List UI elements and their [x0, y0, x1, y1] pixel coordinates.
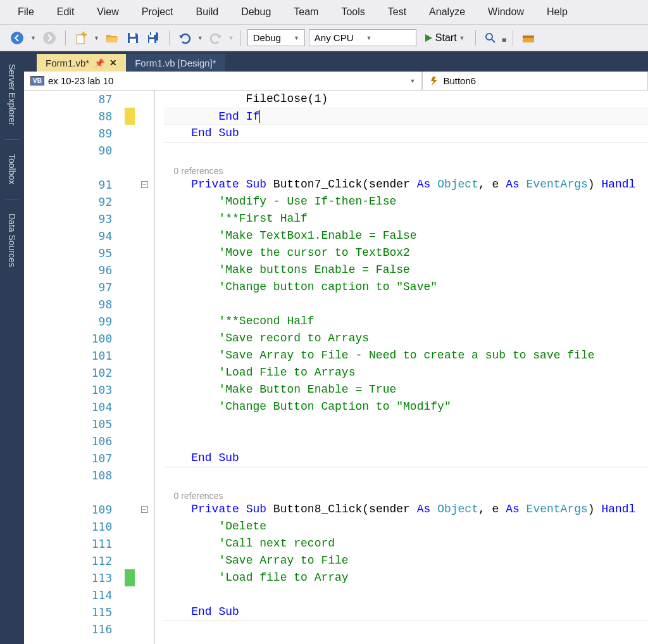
- gutter-row: 92: [24, 193, 154, 210]
- gutter-row: 114: [24, 586, 154, 603]
- code-line[interactable]: [164, 432, 648, 450]
- nav-back-button[interactable]: [8, 30, 27, 46]
- member-dropdown[interactable]: Button6: [422, 72, 648, 90]
- gutter-row: [24, 484, 154, 501]
- menu-debug[interactable]: Debug: [230, 3, 282, 22]
- folder-open-icon: [106, 32, 118, 44]
- new-item-button[interactable]: [72, 30, 90, 46]
- code-line[interactable]: 'Save record to Arrays: [164, 330, 648, 347]
- fold-area[interactable]: −: [135, 506, 154, 513]
- start-button[interactable]: Start ▼: [420, 31, 469, 45]
- fold-area[interactable]: −: [135, 181, 154, 188]
- line-number: 108: [24, 469, 125, 482]
- code-line[interactable]: 'Move the cursor to TextBox2: [164, 244, 648, 262]
- svg-rect-11: [523, 35, 534, 38]
- code-line[interactable]: '**First Half: [164, 210, 648, 227]
- code-line[interactable]: 'Load file to Array: [164, 569, 648, 586]
- chevron-down-icon: ▼: [294, 35, 299, 41]
- separator: [169, 30, 170, 46]
- menu-window[interactable]: Window: [477, 3, 535, 22]
- code-line[interactable]: 'Call next record: [164, 535, 648, 552]
- close-icon[interactable]: ✕: [109, 58, 117, 68]
- sidebar-tab-server-explorer[interactable]: Server Explorer: [4, 59, 20, 130]
- line-number: 103: [24, 383, 125, 396]
- chevron-down-icon[interactable]: ▼: [30, 35, 36, 41]
- code-body[interactable]: FileClose(1) End If End Sub 0 references…: [154, 91, 648, 644]
- code-line[interactable]: [164, 142, 648, 159]
- configuration-label: Debug: [253, 32, 281, 43]
- svg-rect-7: [149, 39, 154, 43]
- menu-build[interactable]: Build: [185, 3, 230, 22]
- menu-edit[interactable]: Edit: [46, 3, 86, 22]
- code-line[interactable]: 'Make Button Enable = True: [164, 381, 648, 398]
- code-line[interactable]: End Sub: [164, 125, 648, 142]
- code-line[interactable]: [164, 415, 648, 432]
- save-all-button[interactable]: [145, 30, 163, 46]
- code-line[interactable]: '**Second Half: [164, 313, 648, 330]
- menu-help[interactable]: Help: [535, 3, 579, 22]
- open-button[interactable]: [103, 31, 121, 45]
- code-line[interactable]: End Sub: [164, 603, 648, 621]
- project-dropdown[interactable]: VB ex 10-23 lab 10 ▼: [24, 72, 422, 90]
- find-button[interactable]: [482, 31, 499, 45]
- codelens[interactable]: 0 references: [164, 484, 648, 501]
- line-number: 114: [24, 588, 125, 602]
- pin-icon[interactable]: 📌: [94, 58, 104, 68]
- code-line[interactable]: 'Modify - Use If-then-Else: [164, 193, 648, 210]
- code-line[interactable]: Private Sub Button7_Click(sender As Obje…: [164, 176, 648, 193]
- platform-dropdown[interactable]: Any CPU ▼: [309, 29, 416, 46]
- tab-form1-vb-[interactable]: Form1.vb*📌✕: [37, 54, 126, 72]
- codelens[interactable]: 0 references: [164, 159, 648, 176]
- line-number: 109: [24, 503, 125, 516]
- gutter-row: 111: [24, 535, 154, 552]
- menu-team[interactable]: Team: [282, 3, 330, 22]
- code-line[interactable]: 'Save Array to File: [164, 552, 648, 569]
- menu-test[interactable]: Test: [377, 3, 418, 22]
- code-line[interactable]: 'Make TextBox1.Enable = False: [164, 227, 648, 244]
- code-line[interactable]: 'Make buttons Enable = False: [164, 262, 648, 279]
- code-line[interactable]: [164, 586, 648, 603]
- line-number: 106: [24, 434, 125, 448]
- menu-project[interactable]: Project: [130, 3, 185, 22]
- sidebar-tab-data-sources[interactable]: Data Sources: [4, 208, 20, 272]
- undo-button[interactable]: [176, 31, 194, 45]
- code-line[interactable]: 'Change Button Caption to "Modify": [164, 398, 648, 415]
- code-editor[interactable]: 8788899091−92939495969798991001011021031…: [24, 91, 648, 644]
- menu-tools[interactable]: Tools: [330, 3, 376, 22]
- code-line[interactable]: End If: [164, 108, 648, 125]
- separator: [475, 30, 476, 46]
- gutter-row: [24, 159, 154, 176]
- overflow-indicator: ▄: [502, 35, 506, 41]
- platform-label: Any CPU: [315, 32, 354, 43]
- code-line[interactable]: [164, 296, 648, 313]
- code-line[interactable]: FileClose(1): [164, 91, 648, 108]
- code-line[interactable]: 'Change button caption to "Save": [164, 279, 648, 296]
- gutter-row: 103: [24, 381, 154, 398]
- code-line[interactable]: 'Delete: [164, 518, 648, 535]
- chevron-down-icon[interactable]: ▼: [94, 35, 99, 41]
- save-button[interactable]: [125, 31, 141, 45]
- toolbox-button[interactable]: [520, 32, 537, 44]
- save-all-icon: [147, 32, 160, 44]
- menu-analyze[interactable]: Analyze: [418, 3, 477, 22]
- code-line[interactable]: End Sub: [164, 450, 648, 467]
- code-line[interactable]: [164, 467, 648, 484]
- code-line[interactable]: [164, 621, 648, 638]
- gutter-row: 105: [24, 415, 154, 432]
- code-line[interactable]: Private Sub Button8_Click(sender As Obje…: [164, 501, 648, 518]
- chevron-down-icon[interactable]: ▼: [197, 35, 203, 41]
- gutter-row: 95: [24, 244, 154, 262]
- line-number: 92: [24, 195, 125, 208]
- svg-point-1: [43, 32, 56, 44]
- menu-file[interactable]: File: [6, 3, 46, 22]
- save-icon: [127, 32, 139, 44]
- sidebar-tab-toolbox[interactable]: Toolbox: [4, 149, 20, 189]
- line-number: 105: [24, 417, 125, 431]
- menu-view[interactable]: View: [85, 3, 130, 22]
- configuration-dropdown[interactable]: Debug ▼: [247, 29, 305, 46]
- line-number: 99: [24, 315, 125, 328]
- code-line[interactable]: 'Save Array to File - Need to create a s…: [164, 347, 648, 364]
- tab-form1-vb-design-[interactable]: Form1.vb [Design]*: [126, 54, 225, 72]
- code-line[interactable]: 'Load File to Arrays: [164, 364, 648, 381]
- line-number: 101: [24, 349, 125, 362]
